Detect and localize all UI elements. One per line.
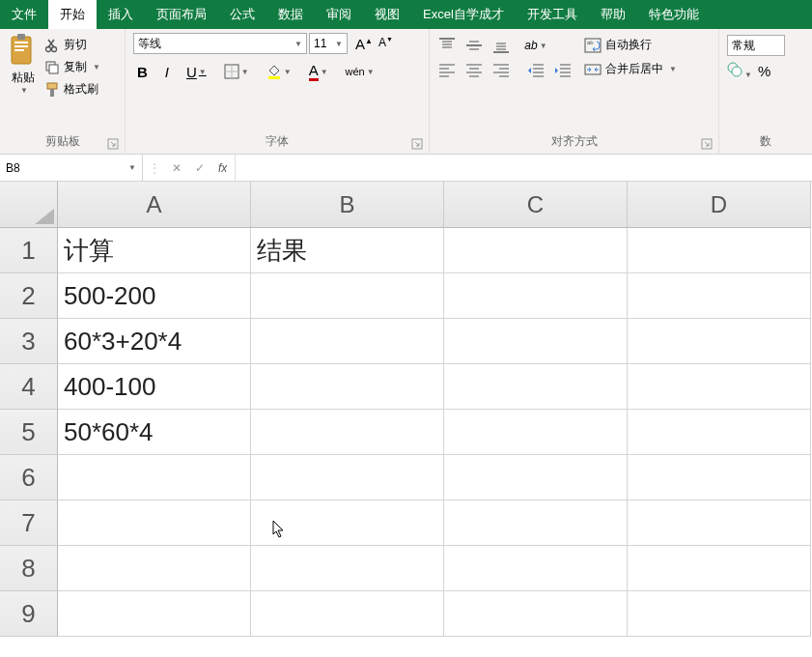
phonetic-button[interactable]: wén▼ (342, 64, 378, 79)
fill-color-button[interactable]: ▼ (263, 62, 295, 81)
cut-button[interactable]: 剪切 (44, 37, 100, 53)
row-header-2[interactable]: 2 (0, 273, 58, 319)
enter-formula-icon[interactable]: ✓ (193, 159, 207, 177)
row-header-6[interactable]: 6 (0, 455, 58, 500)
cell-C1[interactable] (444, 228, 628, 273)
increase-font-icon[interactable]: A▲ (353, 34, 375, 54)
decrease-indent-button[interactable] (526, 62, 546, 79)
column-header-D[interactable]: D (628, 182, 811, 228)
cell-D5[interactable] (628, 410, 811, 455)
menu-item-2[interactable]: 插入 (97, 0, 145, 29)
cell-B1[interactable]: 结果 (251, 228, 444, 273)
italic-button[interactable]: I (161, 62, 173, 82)
paste-icon[interactable] (8, 33, 39, 68)
cell-A2[interactable]: 500-200 (58, 273, 251, 319)
cell-D8[interactable] (628, 546, 811, 591)
bold-button[interactable]: B (133, 62, 152, 82)
border-button[interactable]: ▼ (220, 62, 253, 81)
cell-C2[interactable] (444, 273, 628, 319)
menu-item-6[interactable]: 审阅 (315, 0, 363, 29)
dialog-launcher-icon[interactable] (411, 138, 423, 150)
cell-A6[interactable] (58, 455, 251, 500)
cell-C8[interactable] (444, 546, 628, 591)
cell-D9[interactable] (628, 591, 811, 637)
cell-D4[interactable] (628, 364, 811, 410)
cell-B5[interactable] (251, 410, 444, 455)
select-all-corner[interactable] (0, 182, 58, 228)
cell-B6[interactable] (251, 455, 444, 500)
column-header-B[interactable]: B (251, 182, 444, 228)
name-box[interactable]: B8▼ (0, 155, 143, 181)
dialog-launcher-icon[interactable] (701, 138, 713, 150)
cell-C5[interactable] (444, 410, 628, 455)
cell-D3[interactable] (628, 319, 811, 364)
merge-center-button[interactable]: 合并后居中 ▼ (584, 61, 677, 77)
menu-item-8[interactable]: Excel自学成才 (411, 0, 516, 29)
cell-A1[interactable]: 计算 (58, 228, 251, 273)
row-header-9[interactable]: 9 (0, 591, 58, 637)
column-header-A[interactable]: A (58, 182, 251, 228)
column-header-C[interactable]: C (444, 182, 628, 228)
row-header-1[interactable]: 1 (0, 228, 58, 273)
menu-item-9[interactable]: 开发工具 (516, 0, 589, 29)
cancel-formula-icon[interactable]: ✕ (170, 159, 183, 177)
row-header-7[interactable]: 7 (0, 500, 58, 546)
cell-B9[interactable] (251, 591, 444, 637)
align-center-button[interactable] (464, 62, 484, 79)
increase-indent-button[interactable] (553, 62, 573, 79)
cell-A4[interactable]: 400-100 (58, 364, 251, 410)
cell-D2[interactable] (628, 273, 811, 319)
fx-icon[interactable]: fx (216, 159, 229, 177)
cell-C3[interactable] (444, 319, 628, 364)
align-bottom-button[interactable] (491, 37, 511, 54)
cell-B2[interactable] (251, 273, 444, 319)
cell-C4[interactable] (444, 364, 628, 410)
orientation-button[interactable]: ab▼ (526, 37, 546, 54)
font-color-button[interactable]: A▼ (305, 60, 332, 83)
cell-B8[interactable] (251, 546, 444, 591)
formula-expand-icon[interactable]: ⋮ (149, 161, 160, 175)
cell-C6[interactable] (444, 455, 628, 500)
number-format-selector[interactable]: 常规 (727, 35, 785, 56)
cell-A9[interactable] (58, 591, 251, 637)
menu-item-3[interactable]: 页面布局 (145, 0, 218, 29)
font-name-selector[interactable]: 等线▼ (133, 33, 307, 54)
cell-B4[interactable] (251, 364, 444, 410)
menu-item-0[interactable]: 文件 (0, 0, 48, 29)
decrease-font-icon[interactable]: A▼ (377, 34, 395, 54)
cell-A8[interactable] (58, 546, 251, 591)
cell-C9[interactable] (444, 591, 628, 637)
formula-input[interactable] (236, 155, 812, 181)
percent-button[interactable]: % (758, 63, 770, 79)
currency-button[interactable]: ▼ (727, 62, 752, 80)
cell-C7[interactable] (444, 500, 628, 546)
cell-A5[interactable]: 50*60*4 (58, 410, 251, 455)
underline-button[interactable]: U▼ (182, 62, 210, 82)
cell-A7[interactable] (58, 500, 251, 546)
menu-item-1[interactable]: 开始 (48, 0, 97, 29)
cell-A3[interactable]: 60*3+20*4 (58, 319, 251, 364)
align-left-button[interactable] (437, 62, 457, 79)
row-header-4[interactable]: 4 (0, 364, 58, 410)
menu-item-5[interactable]: 数据 (266, 0, 315, 29)
font-size-selector[interactable]: 11▼ (309, 33, 348, 54)
menu-item-7[interactable]: 视图 (363, 0, 411, 29)
align-right-button[interactable] (491, 62, 511, 79)
row-header-5[interactable]: 5 (0, 410, 58, 455)
format-painter-button[interactable]: 格式刷 (44, 81, 100, 98)
cell-D6[interactable] (628, 455, 811, 500)
paste-label[interactable]: 粘贴 (12, 70, 35, 86)
align-middle-button[interactable] (464, 37, 484, 54)
cell-D1[interactable] (628, 228, 811, 273)
paste-dropdown-icon[interactable]: ▼ (20, 86, 28, 95)
row-header-8[interactable]: 8 (0, 546, 58, 591)
copy-button[interactable]: 复制 ▼ (44, 59, 100, 75)
cell-B3[interactable] (251, 319, 444, 364)
wrap-text-button[interactable]: ab 自动换行 (584, 37, 677, 53)
dialog-launcher-icon[interactable] (107, 138, 119, 150)
row-header-3[interactable]: 3 (0, 319, 58, 364)
menu-item-4[interactable]: 公式 (218, 0, 266, 29)
cell-D7[interactable] (628, 500, 811, 546)
menu-item-10[interactable]: 帮助 (589, 0, 637, 29)
menu-item-11[interactable]: 特色功能 (637, 0, 711, 29)
